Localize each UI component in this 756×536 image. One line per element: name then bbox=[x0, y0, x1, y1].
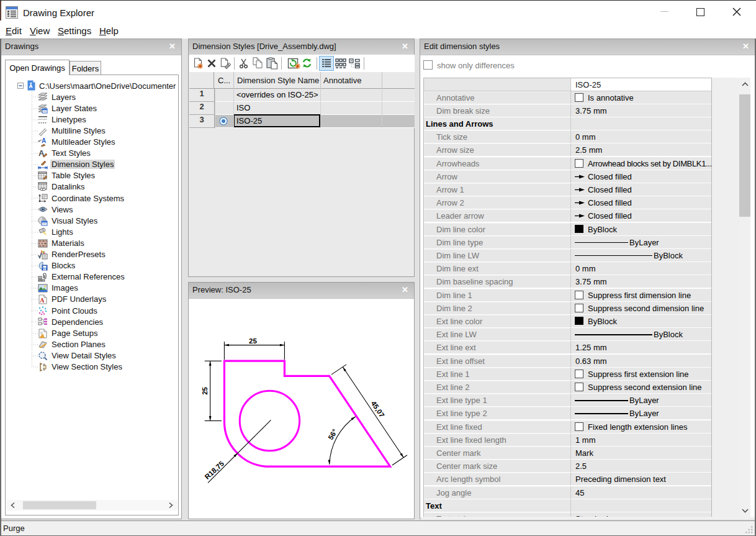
svg-text:45,07: 45,07 bbox=[370, 399, 386, 419]
svg-text:56°: 56° bbox=[326, 428, 338, 441]
svg-text:A: A bbox=[40, 297, 45, 304]
svg-text:R18,75: R18,75 bbox=[203, 460, 225, 481]
svg-text:A: A bbox=[42, 137, 46, 144]
svg-text:25: 25 bbox=[249, 337, 257, 345]
svg-text:25: 25 bbox=[201, 386, 209, 394]
